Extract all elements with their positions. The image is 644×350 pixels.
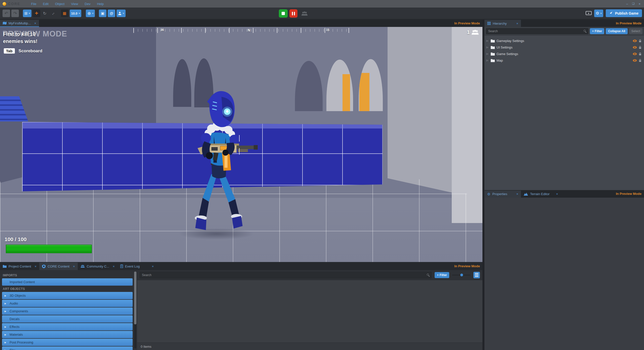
move-tool-icon: ✛ [35,11,38,16]
list-view-button[interactable] [473,272,480,278]
expand-caret-icon[interactable]: ▷ [486,59,489,62]
player-settings-dropdown[interactable]: ▾ [117,10,126,17]
sidebar-scrollbar[interactable] [134,272,136,348]
menu-view[interactable]: View [68,2,81,6]
close-icon[interactable]: × [73,265,75,268]
expand-caret-icon[interactable]: ▷ [486,46,489,49]
folder-icon [491,46,495,49]
viewport-3d-scene[interactable]: PREVIEW MODE First to kill 10 enemies wi… [0,27,482,262]
close-icon[interactable]: × [152,265,154,268]
gear-icon: ⚙ [596,11,599,16]
undo-button[interactable]: ↶ [3,10,10,17]
monitor-icon[interactable] [586,11,592,16]
redo-button[interactable]: ↷ [11,10,19,17]
expand-caret-icon[interactable]: ▷ [486,39,489,42]
screenshot-button[interactable]: ▣ [99,10,106,17]
publish-game-button[interactable]: Publish Game [606,9,642,17]
hierarchy-filter-button[interactable]: + Filter [590,28,604,34]
vertical-splitter[interactable] [482,19,484,350]
tree-row-gameplay-settings[interactable]: ▷ Gameplay Settings [484,37,644,44]
close-icon[interactable]: × [556,192,558,196]
close-icon[interactable]: × [638,2,640,6]
close-icon[interactable]: × [516,22,518,25]
person-icon [118,12,122,15]
category-label: Materials [10,333,23,336]
visibility-eye-icon[interactable] [633,46,637,49]
close-icon[interactable]: × [34,21,36,25]
close-icon[interactable]: × [35,265,37,268]
close-icon[interactable]: × [516,192,518,196]
category-sky[interactable]: ▶Sky [2,346,133,350]
tab-community-content[interactable]: Community C... × [78,262,118,270]
grid-view-icon: ⊞ [24,11,28,16]
category-label: Post Processing [10,340,33,344]
category-imported-content[interactable]: Imported Content [2,278,133,286]
menu-help[interactable]: Help [94,2,107,6]
tab-scene-myfirstmultip[interactable]: MyFirstMultip... × [0,20,39,27]
category-label: 3D Objects [10,294,26,297]
category-audio[interactable]: ▶Audio [2,300,133,307]
content-filter-button[interactable]: + Filter [435,272,449,278]
hierarchy-search-input[interactable] [486,28,588,34]
minimize-icon[interactable]: – [626,2,628,6]
chevron-down-icon: ▾ [600,12,602,15]
menu-file[interactable]: File [28,2,40,6]
stop-button[interactable] [279,9,288,18]
close-icon[interactable]: × [113,265,115,268]
tab-hierarchy[interactable]: Hierarchy × [484,20,521,27]
select-button[interactable]: Select [629,28,642,34]
tree-row-map[interactable]: ▷ Map [484,57,644,64]
menu-object[interactable]: Object [52,2,68,6]
visibility-eye-icon[interactable] [633,59,637,62]
tree-row-ui-settings[interactable]: ▷ UI Settings [484,44,644,51]
category-effects[interactable]: ▶Effects [2,323,133,330]
category-3d-objects[interactable]: ▶3D Objects [2,292,133,299]
menu-edit[interactable]: Edit [40,2,52,6]
content-search-input[interactable] [140,272,432,278]
category-decals[interactable]: Decals [2,315,133,323]
category-post-processing[interactable]: ▶Post Processing [2,339,133,346]
scrollbar-thumb[interactable] [134,272,136,324]
world-mode-dropdown[interactable]: ⊕▾ [86,10,95,17]
snap-grid-icon: ▦ [63,11,66,16]
lock-icon[interactable] [639,46,641,49]
menu-bar: CORE File Edit Object View Dev Help – ❏ … [0,0,644,8]
imports-header: IMPORTS [3,274,133,277]
pause-button[interactable] [289,9,297,18]
tab-label: Hierarchy [493,22,507,25]
slider-knob[interactable] [460,274,463,276]
multiplayer-preview-icon[interactable] [301,11,308,16]
expand-caret-icon: ▶ [5,294,7,297]
tree-row-game-settings[interactable]: ▷ Game Settings [484,51,644,57]
lock-icon[interactable] [639,39,641,42]
scale-tool-icon[interactable]: ↔ [49,9,57,18]
collapse-all-button[interactable]: Collapse All [606,28,627,34]
tab-key-badge: Tab [4,48,15,54]
move-tool-button[interactable]: ✛ [33,10,40,17]
expand-caret-icon[interactable]: ▷ [486,53,489,55]
settings-dropdown[interactable]: ⚙▾ [594,10,603,17]
content-results-area[interactable] [137,280,482,342]
thumbnail-size-slider[interactable] [452,273,470,277]
visibility-eye-icon[interactable] [633,53,637,55]
rotate-tool-icon[interactable]: ↻ [42,11,48,16]
tab-project-content[interactable]: Project Content × [0,262,39,270]
visibility-eye-icon[interactable] [633,39,637,42]
menu-dev[interactable]: Dev [81,2,94,6]
category-components[interactable]: ▶Components [2,308,133,315]
category-materials[interactable]: ▶Materials [2,331,133,338]
lock-icon[interactable] [639,59,641,62]
snap-value-dropdown[interactable]: 10.0▾ [70,10,82,17]
redo-icon: ↷ [13,11,17,16]
tab-event-log[interactable]: Event Log × [118,262,157,270]
snap-to-grid-button[interactable]: ▦ [61,10,68,17]
tab-terrain-editor[interactable]: Terrain Editor × [521,191,561,198]
restore-icon[interactable]: ❏ [632,2,635,6]
tab-core-content[interactable]: CORE Content × [39,262,78,270]
player-count-value: 1 [467,29,470,35]
tab-label: MyFirstMultip... [9,21,31,25]
lock-icon[interactable] [639,52,641,56]
tab-properties[interactable]: ⚙ Properties × [484,191,521,198]
social-button[interactable]: @ [108,10,115,17]
gizmo-mode-button[interactable]: ⊞▾ [23,10,31,17]
